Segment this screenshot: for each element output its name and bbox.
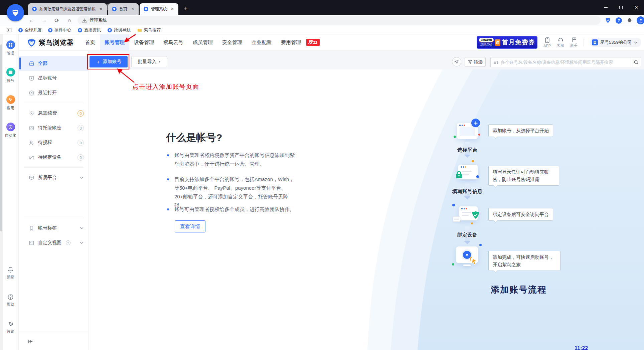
rail-label: 管理 — [7, 51, 14, 56]
sidebar-item-all[interactable]: 全部 — [19, 56, 88, 71]
filter-button[interactable]: 筛选 — [465, 57, 486, 67]
browser-tab-1[interactable]: 如何使用紫鸟浏览器运营店铺账号 ✕ — [28, 3, 107, 15]
rail-item-messages[interactable]: 消息 — [7, 267, 14, 284]
apps-icon — [6, 95, 15, 104]
nav-account-management[interactable]: 账号管理 — [100, 34, 129, 50]
tab-close-icon[interactable]: ✕ — [130, 6, 135, 12]
quick-app[interactable]: APP — [543, 37, 551, 48]
rail-item-automation[interactable]: 自动化 — [5, 123, 16, 138]
tab-separator — [107, 4, 108, 10]
window-controls: ✕ — [598, 0, 644, 15]
company-selector[interactable]: 尾号5359的公司 — [590, 38, 641, 47]
company-name: 尾号5359的公司 — [600, 39, 632, 45]
sidebar-item-starred[interactable]: 星标账号 — [19, 71, 88, 85]
bookmark-item[interactable]: 直播资讯 — [78, 27, 101, 33]
tab-close-icon[interactable]: ✕ — [170, 6, 175, 12]
nav-device-management[interactable]: 设备管理 — [129, 34, 159, 50]
sidebar-item-pending-device[interactable]: 待绑定设备 0 — [19, 150, 88, 165]
search-button[interactable] — [631, 57, 641, 67]
browser-logo — [7, 4, 24, 21]
bookmark-favicon — [108, 28, 112, 32]
extensions-puzzle-icon[interactable] — [626, 17, 632, 23]
bookmark-label: 跨境导航 — [114, 27, 131, 33]
maximize-button[interactable] — [613, 0, 629, 15]
home-button[interactable]: ⌂ — [65, 17, 73, 24]
sidebar-item-pending-auth[interactable]: 待授权 0 — [19, 135, 88, 150]
quick-newbie[interactable]: 新手 — [570, 37, 578, 48]
chevron-down-icon — [80, 241, 84, 244]
search-input[interactable] — [501, 60, 628, 65]
sidebar-item-custom-view[interactable]: 自定义视图 ? — [19, 235, 88, 250]
sidebar-item-recent[interactable]: 最近打开 — [19, 85, 88, 100]
batch-import-button[interactable]: 批量导入 ▾ — [131, 56, 167, 67]
sidebar-spacer — [19, 185, 88, 215]
account-icon — [6, 68, 15, 76]
window-titlebar: 如何使用紫鸟浏览器运营店铺账号 ✕ 首页 ✕ 管理系统 ✕ ＋ ✕ — [0, 0, 644, 15]
help-icon[interactable]: ? — [616, 17, 622, 24]
nav-enterprise-config[interactable]: 企业配置 — [247, 34, 276, 50]
address-bar[interactable]: 管理系统 — [77, 16, 601, 25]
cursor-icon — [469, 256, 479, 266]
nav-member-management[interactable]: 成员管理 — [188, 34, 217, 50]
count-badge: 0 — [77, 154, 84, 161]
flow-step1-illustration: ＋ — [457, 121, 480, 141]
sidebar-item-platform[interactable]: 所属平台 — [19, 170, 88, 185]
nav-security-management[interactable]: 安全管理 — [217, 34, 247, 50]
promo-badge-double11[interactable]: 双11 — [306, 39, 320, 46]
main-nav: 首页 账号管理 设备管理 紫鸟云号 成员管理 安全管理 企业配置 费用管理 双1… — [80, 34, 320, 50]
rail-item-help[interactable]: 帮助 — [7, 294, 14, 311]
quick-label: 客服 — [557, 43, 564, 48]
nav-cloud-phone[interactable]: 紫鸟云号 — [159, 34, 188, 50]
sidebar-item-credential-hosting[interactable]: 待托管账密 0 — [19, 121, 88, 135]
tag-bookmark-icon — [29, 225, 34, 231]
rail-item-account[interactable]: 账号 — [6, 68, 15, 83]
rail-item-settings[interactable]: 设置 — [7, 321, 14, 339]
quick-label: APP — [543, 44, 551, 48]
nav-home[interactable]: 首页 — [80, 34, 100, 50]
filter-label: 筛选 — [474, 59, 483, 65]
reload-button[interactable]: ⟳ — [53, 17, 61, 24]
brand-logo: 紫鸟浏览器 — [27, 38, 78, 47]
forward-button[interactable]: → — [40, 17, 48, 24]
scrollbar-thumb[interactable] — [0, 44, 2, 231]
flow-step3-bubble: 绑定设备后可安全访问平台 — [488, 208, 553, 221]
bullet-dot — [167, 208, 169, 210]
amazon-promo-banner[interactable]: amazon 新建店铺 送 首月免费券 — [477, 36, 537, 49]
sidebar-item-tags[interactable]: 账号标签 — [19, 221, 88, 235]
bullet-text: 账号可由管理者授权给多个成员，进行高效团队协作。 — [174, 205, 295, 214]
decor-dot — [478, 134, 480, 136]
close-button[interactable]: ✕ — [629, 0, 644, 15]
bookmark-folder[interactable]: 紫鸟推荐 — [137, 27, 161, 33]
bookmarks-bar: 全球开店 插件中心 直播资讯 跨境导航 紫鸟推荐 — [0, 26, 644, 34]
help-circle-icon[interactable]: ? — [66, 240, 70, 245]
link-device-icon — [29, 155, 34, 160]
bullet-item: 账号由管理者将跨境数字资产平台的账号信息添加到紫鸟浏览器中，便于进行统一运营、管… — [167, 151, 295, 168]
account-toolbar: ＋ 添加账号 批量导入 ▾ 筛选 — [89, 51, 644, 69]
bookmark-item[interactable]: 跨境导航 — [108, 27, 131, 33]
privacy-shield-icon[interactable] — [605, 17, 611, 24]
shield-check-icon — [471, 210, 480, 220]
ziniao-shield-icon — [10, 8, 20, 18]
back-button[interactable]: ← — [27, 17, 35, 24]
bookmark-item[interactable]: 插件中心 — [48, 27, 71, 33]
nav-fee-management[interactable]: 费用管理 — [276, 34, 306, 50]
minimize-button[interactable] — [598, 0, 613, 15]
quick-support[interactable]: 客服 — [557, 37, 564, 48]
side-panel-icon[interactable] — [7, 28, 12, 32]
collapse-sidebar-icon[interactable] — [27, 339, 33, 344]
locate-button[interactable] — [452, 57, 461, 66]
sidebar-item-renewal[interactable]: ¥ 急需续费 0 — [19, 106, 88, 121]
bookmark-item[interactable]: 全球开店 — [18, 27, 41, 33]
browser-tab-active[interactable]: 管理系统 ✕ — [140, 3, 178, 15]
profile-avatar[interactable] — [637, 16, 644, 24]
rail-item-apps[interactable]: 应用 — [6, 95, 15, 111]
browser-tab-2[interactable]: 首页 ✕ — [108, 3, 139, 15]
tab-favicon — [32, 7, 37, 11]
view-details-button[interactable]: 查看详情 — [175, 220, 205, 232]
decor-dot — [452, 263, 454, 266]
new-tab-button[interactable]: ＋ — [181, 4, 190, 13]
add-account-button[interactable]: ＋ 添加账号 — [90, 56, 128, 67]
tab-close-icon[interactable]: ✕ — [98, 6, 104, 12]
rail-item-manage[interactable]: 管理 — [6, 40, 15, 56]
sidebar-label: 急需续费 — [38, 110, 57, 116]
